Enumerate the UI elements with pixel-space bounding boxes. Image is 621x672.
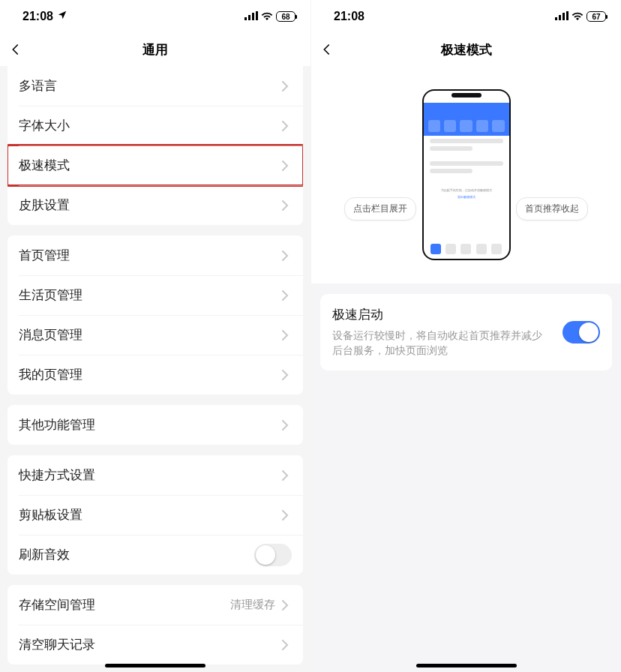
home-indicator [416,664,517,668]
row-life-manage[interactable]: 生活页管理 [8,275,303,315]
status-time: 21:08 [22,10,53,23]
settings-group: 首页管理 生活页管理 消息页管理 我的页管理 [8,236,303,394]
chevron-right-icon [278,598,292,612]
row-clipboard-settings[interactable]: 剪贴板设置 [8,495,303,535]
row-multilanguage[interactable]: 多语言 [8,66,303,106]
svg-rect-4 [555,17,557,20]
speed-start-panel: 极速启动 设备运行较慢时，将自动收起首页推荐并减少后台服务，加快页面浏览 [320,294,612,370]
wifi-icon [572,10,584,23]
row-home-manage[interactable]: 首页管理 [8,236,303,275]
status-bar: 21:08 67 [311,0,621,33]
row-clear-chat[interactable]: 清空聊天记录 [8,625,303,664]
status-right: 68 [244,10,296,23]
status-time: 21:08 [334,10,364,23]
home-indicator [105,664,206,668]
right-phone: 21:08 67 极速模式 点击栏目展开 首页推荐收起 [310,0,621,672]
row-label: 极速模式 [19,157,70,174]
row-label: 剪贴板设置 [19,506,82,524]
row-shortcut-settings[interactable]: 快捷方式设置 [8,455,303,495]
panel-text: 极速启动 设备运行较慢时，将自动收起首页推荐并减少后台服务，加快页面浏览 [332,306,552,358]
svg-rect-0 [244,17,247,20]
panel-title: 极速启动 [332,306,552,323]
settings-group: 快捷方式设置 剪贴板设置 刷新音效 [8,455,303,574]
row-mine-manage[interactable]: 我的页管理 [8,355,303,394]
chevron-right-icon [278,368,292,382]
row-storage-manage[interactable]: 存储空间管理 清理缓存 [8,585,303,625]
panel-desc: 设备运行较慢时，将自动收起首页推荐并减少后台服务，加快页面浏览 [332,328,552,358]
page-title: 极速模式 [441,41,492,58]
refresh-sound-toggle[interactable] [254,544,292,566]
settings-scroll[interactable]: 多语言 字体大小 极速模式 皮肤设置 首页管理 生活页管理 [0,66,310,672]
row-refresh-sound: 刷新音效 [8,535,303,574]
row-value: 清理缓存 [230,598,275,612]
back-button[interactable] [9,33,39,66]
row-font-size[interactable]: 字体大小 [8,106,303,146]
cellular-icon [244,10,258,23]
status-bar: 21:08 68 [0,0,310,33]
status-left: 21:08 [334,10,364,23]
nav-bar: 极速模式 [311,33,621,66]
chevron-left-icon [9,43,22,56]
svg-rect-3 [256,11,258,20]
battery-icon: 67 [586,11,606,22]
row-label: 我的页管理 [19,366,82,383]
chevron-right-icon [278,119,292,133]
status-right: 67 [555,10,606,23]
chevron-right-icon [278,80,292,93]
row-label: 存储空间管理 [19,596,95,614]
battery-icon: 68 [276,11,296,22]
settings-group: 多语言 字体大小 极速模式 皮肤设置 [8,66,303,225]
phone-illustration-icon: 为匹配手机性能，已自动开启极速模式 退出极速模式 [422,89,511,260]
illustration-area: 点击栏目展开 首页推荐收起 为匹配手机性能，已自动开启极速模式 退出极速模式 [311,66,621,284]
row-label: 清空聊天记录 [19,636,95,653]
illustration-banner: 为匹配手机性能，已自动开启极速模式 [428,188,505,192]
nav-bar: 通用 [0,33,310,66]
cellular-icon [555,10,568,23]
row-label: 消息页管理 [19,326,82,344]
speed-start-toggle[interactable] [562,321,600,344]
svg-rect-2 [252,13,254,20]
svg-rect-6 [562,13,565,20]
location-icon [57,10,68,23]
chevron-right-icon [278,469,292,482]
svg-rect-5 [559,15,561,20]
chevron-right-icon [278,508,292,522]
settings-group: 其他功能管理 [8,405,303,445]
chevron-right-icon [278,289,292,302]
svg-rect-7 [566,11,568,20]
chevron-right-icon [278,638,292,652]
wifi-icon [261,10,273,23]
speed-mode-content: 点击栏目展开 首页推荐收起 为匹配手机性能，已自动开启极速模式 退出极速模式 极… [311,66,621,672]
row-label: 首页管理 [19,247,70,264]
svg-rect-1 [248,15,250,20]
chevron-right-icon [278,418,292,432]
row-label: 生活页管理 [19,286,82,304]
chevron-right-icon [278,159,292,172]
chevron-left-icon [320,43,334,56]
row-other-functions[interactable]: 其他功能管理 [8,405,303,445]
row-label: 字体大小 [19,117,70,134]
row-label: 快捷方式设置 [19,466,95,484]
settings-group: 存储空间管理 清理缓存 清空聊天记录 [8,585,303,664]
chevron-right-icon [278,249,292,262]
pill-expand-columns: 点击栏目展开 [344,197,416,220]
row-label: 刷新音效 [19,546,70,563]
row-skin-settings[interactable]: 皮肤设置 [8,185,303,225]
chevron-right-icon [278,328,292,342]
row-label: 皮肤设置 [19,196,70,214]
status-left: 21:08 [22,10,68,23]
row-message-manage[interactable]: 消息页管理 [8,315,303,355]
chevron-right-icon [278,199,292,212]
page-title: 通用 [142,41,168,58]
row-label: 其他功能管理 [19,416,95,434]
row-speed-mode[interactable]: 极速模式 [8,146,303,185]
illustration-link: 退出极速模式 [424,195,509,199]
row-label: 多语言 [19,77,57,94]
back-button[interactable] [320,33,350,66]
left-phone: 21:08 68 通用 多语言 字体大小 [0,0,310,672]
pill-collapse-recom: 首页推荐收起 [516,197,588,220]
